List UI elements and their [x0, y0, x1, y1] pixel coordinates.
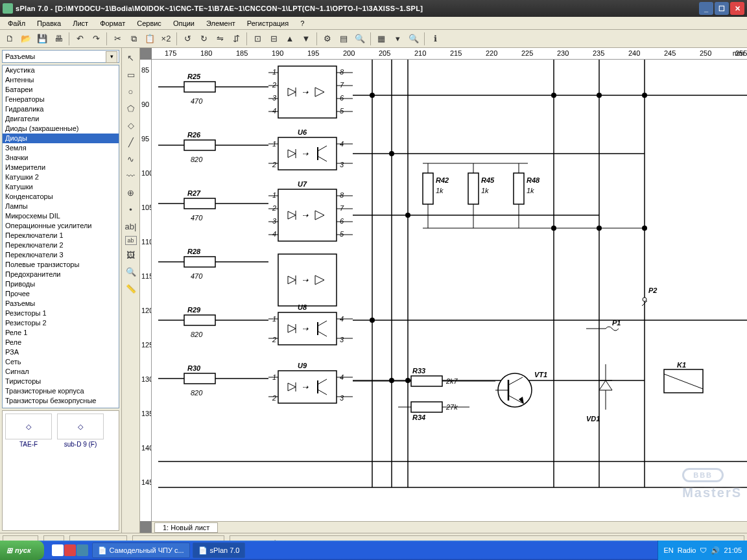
undo-icon[interactable]: ↶ — [73, 32, 87, 46]
dropdown-icon[interactable]: ▾ — [390, 32, 405, 46]
lib-item[interactable]: Сигнал — [3, 367, 119, 377]
ql-icon[interactable] — [64, 544, 76, 556]
grid-icon[interactable]: ▦ — [374, 32, 388, 46]
tray-icon[interactable]: 🛡 — [700, 546, 707, 554]
lib-item[interactable]: Двигатели — [3, 114, 119, 124]
lib-item[interactable]: Реле — [3, 338, 119, 347]
lib-item[interactable]: Транзисторные корпуса — [3, 386, 119, 396]
curve-icon[interactable]: ∿ — [124, 152, 138, 166]
preview-item[interactable]: ◇sub-D 9 (F) — [57, 414, 104, 448]
copy-icon[interactable]: ⧉ — [126, 32, 141, 46]
lib-item[interactable]: Переключатели 1 — [3, 231, 119, 240]
cut-icon[interactable]: ✂ — [110, 32, 124, 46]
rotate-r-icon[interactable]: ↻ — [196, 32, 211, 46]
dup-icon[interactable]: ×2 — [159, 32, 173, 46]
ungroup-icon[interactable]: ⊟ — [267, 32, 281, 46]
paste-icon[interactable]: 📋 — [143, 32, 157, 46]
rect-icon[interactable]: ▭ — [124, 67, 138, 82]
lib-item[interactable]: Предохранители — [3, 270, 119, 279]
lib-item[interactable]: Резисторы 2 — [3, 318, 119, 328]
lib-item[interactable]: Катушки — [3, 182, 119, 192]
lib-item[interactable]: Диоды — [3, 134, 119, 143]
component-icon[interactable]: ⚙ — [320, 32, 335, 46]
menu-Правка[interactable]: Правка — [32, 18, 66, 29]
lib-item[interactable]: Сеть — [3, 357, 119, 367]
lib-item[interactable]: Приводы — [3, 279, 119, 289]
zoom-icon[interactable]: 🔍 — [407, 32, 421, 46]
menu-Сервис[interactable]: Сервис — [132, 18, 167, 29]
front-icon[interactable]: ▲ — [283, 32, 297, 46]
node-icon[interactable]: ⊕ — [124, 185, 138, 200]
help-icon[interactable]: ℹ — [428, 32, 442, 46]
close-button[interactable]: ✕ — [730, 2, 744, 15]
pointer-icon[interactable]: ↖ — [124, 51, 138, 65]
taskbar-item[interactable]: 📄sPlan 7.0 — [193, 542, 246, 558]
image-icon[interactable]: 🖼 — [124, 248, 138, 262]
taskbar-item[interactable]: 📄Самодельный ЧПУ с... — [92, 542, 190, 558]
library-list[interactable]: АкустикаАнтенныБатареиГенераторыГидравли… — [2, 65, 119, 408]
open-icon[interactable]: 📂 — [19, 32, 33, 46]
lib-item[interactable]: Антенны — [3, 75, 119, 85]
system-tray[interactable]: EN Radio 🛡 🔊 21:05 — [658, 541, 747, 560]
lib-item[interactable]: Гидравлика — [3, 104, 119, 114]
save-icon[interactable]: 💾 — [35, 32, 49, 46]
lib-item[interactable]: Транзисторы — [3, 406, 119, 408]
preview-item[interactable]: ◇TAE-F — [5, 414, 52, 448]
new-icon[interactable]: 🗋 — [3, 32, 17, 46]
lib-item[interactable]: Конденсаторы — [3, 192, 119, 202]
lib-item[interactable]: Переключатели 2 — [3, 240, 119, 250]
circle-icon[interactable]: ○ — [124, 84, 138, 99]
list-icon[interactable]: ▤ — [337, 32, 351, 46]
lib-item[interactable]: Генераторы — [3, 95, 119, 104]
minimize-button[interactable]: _ — [699, 2, 713, 15]
flip-h-icon[interactable]: ⇋ — [213, 32, 227, 46]
lib-item[interactable]: РЗА — [3, 347, 119, 357]
measure-icon[interactable]: 📏 — [124, 281, 138, 296]
menu-Файл[interactable]: Файл — [3, 18, 30, 29]
library-combo[interactable]: Разъемы — [2, 50, 119, 63]
volume-icon[interactable]: 🔊 — [711, 546, 720, 555]
find-icon[interactable]: 🔍 — [353, 32, 367, 46]
ql-icon[interactable] — [77, 544, 88, 556]
start-button[interactable]: ⊞пуск — [0, 541, 44, 560]
lib-item[interactable]: Разъемы — [3, 299, 119, 309]
shape-icon[interactable]: ◇ — [124, 118, 138, 132]
lib-item[interactable]: Диоды (закрашенные) — [3, 124, 119, 134]
label-icon[interactable]: ab — [125, 236, 137, 245]
lib-item[interactable]: Тиристоры — [3, 377, 119, 386]
rotate-l-icon[interactable]: ↺ — [180, 32, 195, 46]
maximize-button[interactable]: ☐ — [715, 2, 729, 15]
lib-item[interactable]: Измерители — [3, 163, 119, 172]
lib-item[interactable]: Лампы — [3, 202, 119, 211]
lib-item[interactable]: Земля — [3, 143, 119, 153]
lib-item[interactable]: Значки — [3, 153, 119, 163]
lib-item[interactable]: Микросхемы DIL — [3, 211, 119, 221]
redo-icon[interactable]: ↷ — [89, 32, 103, 46]
lib-item[interactable]: Катушки 2 — [3, 172, 119, 182]
menu-Лист[interactable]: Лист — [67, 18, 93, 29]
lib-item[interactable]: Переключатели 3 — [3, 250, 119, 260]
dot-icon[interactable]: • — [124, 202, 138, 216]
lib-item[interactable]: Прочее — [3, 289, 119, 299]
back-icon[interactable]: ▼ — [299, 32, 313, 46]
ql-icon[interactable] — [52, 544, 64, 556]
group-icon[interactable]: ⊡ — [250, 32, 265, 46]
menu-Регистрация[interactable]: Регистрация — [242, 18, 294, 29]
lib-item[interactable]: Резисторы 1 — [3, 309, 119, 318]
lib-item[interactable]: Операционные усилители — [3, 221, 119, 231]
canvas[interactable]: R25470R26820R27470R28470R29820R30820⇢182… — [152, 60, 747, 521]
flip-v-icon[interactable]: ⇵ — [229, 32, 243, 46]
lib-item[interactable]: Полевые транзисторы — [3, 260, 119, 270]
menu-Формат[interactable]: Формат — [95, 18, 130, 29]
lib-item[interactable]: Акустика — [3, 65, 119, 75]
lib-item[interactable]: Батареи — [3, 85, 119, 95]
sheet-tab[interactable]: 1: Новый лист — [154, 522, 218, 533]
magnify-icon[interactable]: 🔍 — [124, 264, 138, 279]
menu-Опции[interactable]: Опции — [168, 18, 200, 29]
poly-icon[interactable]: ⬠ — [124, 101, 138, 115]
text-icon[interactable]: ab| — [124, 219, 138, 233]
bezier-icon[interactable]: 〰 — [124, 169, 138, 183]
line-icon[interactable]: ╱ — [124, 135, 138, 149]
menu-?[interactable]: ? — [295, 18, 309, 29]
lib-item[interactable]: Реле 1 — [3, 328, 119, 338]
